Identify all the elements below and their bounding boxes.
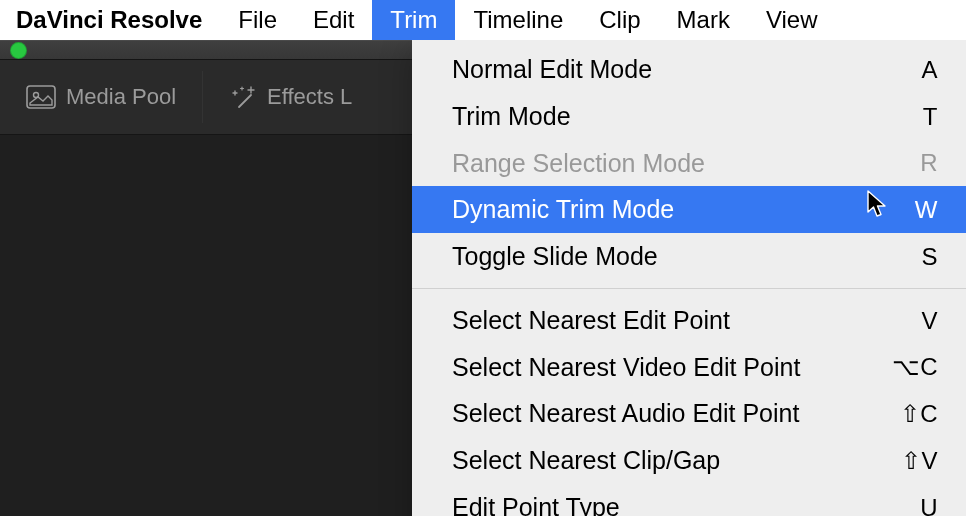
menu-item-label: Dynamic Trim Mode — [452, 190, 674, 229]
menu-item-shortcut: ⇧C — [900, 395, 938, 432]
menu-trim[interactable]: Trim — [372, 0, 455, 40]
menu-item-shortcut: V — [921, 302, 938, 339]
menu-item-label: Range Selection Mode — [452, 144, 705, 183]
menu-view[interactable]: View — [748, 0, 836, 40]
menu-item-toggle-slide-mode[interactable]: Toggle Slide Mode S — [412, 233, 966, 280]
svg-line-2 — [239, 95, 251, 107]
menu-item-shortcut: A — [921, 51, 938, 88]
menu-item-label: Select Nearest Audio Edit Point — [452, 394, 799, 433]
menu-mark[interactable]: Mark — [659, 0, 748, 40]
menu-item-select-nearest-video-edit-point[interactable]: Select Nearest Video Edit Point ⌥C — [412, 344, 966, 391]
menu-item-label: Select Nearest Edit Point — [452, 301, 730, 340]
menubar: DaVinci Resolve File Edit Trim Timeline … — [0, 0, 966, 40]
menu-separator — [412, 288, 966, 289]
menu-item-trim-mode[interactable]: Trim Mode T — [412, 93, 966, 140]
menu-item-shortcut: U — [920, 489, 938, 516]
effects-wand-icon — [229, 85, 257, 109]
menu-item-shortcut: ⇧V — [901, 442, 938, 479]
menu-item-select-nearest-audio-edit-point[interactable]: Select Nearest Audio Edit Point ⇧C — [412, 390, 966, 437]
media-pool-button[interactable]: Media Pool — [0, 60, 202, 134]
menu-item-label: Edit Point Type — [452, 488, 620, 516]
menu-item-label: Select Nearest Video Edit Point — [452, 348, 800, 387]
menu-item-edit-point-type[interactable]: Edit Point Type U — [412, 484, 966, 516]
menu-item-shortcut: ⌥C — [892, 348, 938, 385]
menu-item-label: Normal Edit Mode — [452, 50, 652, 89]
menu-item-label: Toggle Slide Mode — [452, 237, 658, 276]
menu-item-label: Trim Mode — [452, 97, 571, 136]
media-pool-icon — [26, 85, 56, 109]
menu-item-shortcut: T — [923, 98, 938, 135]
menu-item-shortcut: R — [920, 144, 938, 181]
menu-item-dynamic-trim-mode[interactable]: Dynamic Trim Mode W — [412, 186, 966, 233]
menu-item-select-nearest-clip-gap[interactable]: Select Nearest Clip/Gap ⇧V — [412, 437, 966, 484]
menu-item-label: Select Nearest Clip/Gap — [452, 441, 720, 480]
menu-item-shortcut: S — [921, 238, 938, 275]
media-pool-label: Media Pool — [66, 84, 176, 110]
effects-library-button[interactable]: Effects L — [203, 60, 378, 134]
menu-item-range-selection-mode: Range Selection Mode R — [412, 140, 966, 187]
traffic-light-green[interactable] — [10, 42, 27, 59]
menu-clip[interactable]: Clip — [581, 0, 658, 40]
menu-item-select-nearest-edit-point[interactable]: Select Nearest Edit Point V — [412, 297, 966, 344]
menu-file[interactable]: File — [220, 0, 295, 40]
menu-edit[interactable]: Edit — [295, 0, 372, 40]
trim-menu-dropdown: Normal Edit Mode A Trim Mode T Range Sel… — [412, 40, 966, 516]
effects-library-label: Effects L — [267, 84, 352, 110]
menu-item-normal-edit-mode[interactable]: Normal Edit Mode A — [412, 46, 966, 93]
app-name: DaVinci Resolve — [14, 0, 220, 40]
menu-item-shortcut: W — [915, 191, 938, 228]
menu-timeline[interactable]: Timeline — [455, 0, 581, 40]
